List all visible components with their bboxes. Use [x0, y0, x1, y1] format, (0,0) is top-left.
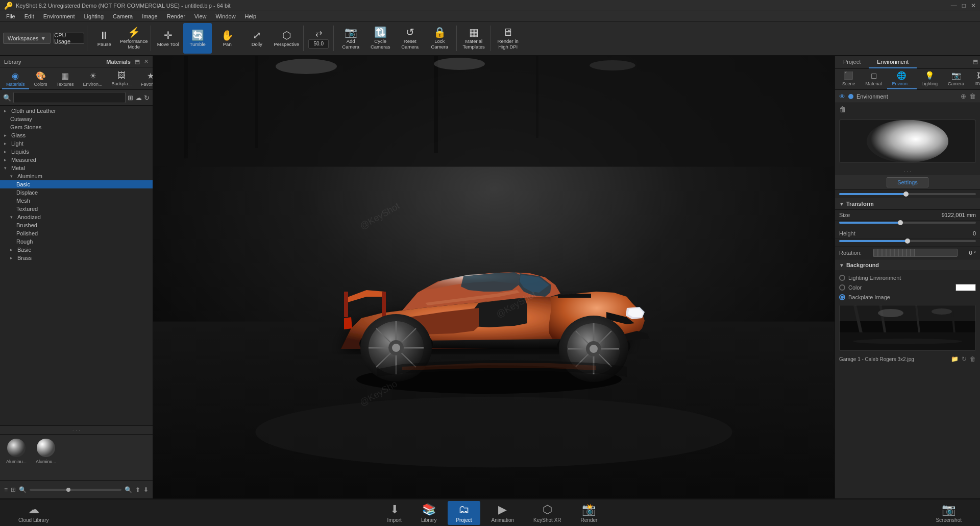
menu-edit[interactable]: Edit: [20, 12, 38, 20]
env-visibility-icon[interactable]: 👁: [839, 93, 845, 100]
env-brightness-slider[interactable]: [839, 193, 976, 195]
material-templates-button[interactable]: ▦ Material Templates: [459, 23, 488, 54]
move-tool-button[interactable]: ✛ Move Tool: [154, 23, 182, 54]
tree-item-liquids[interactable]: ▸ Liquids: [0, 148, 153, 156]
lock-camera-button[interactable]: 🔒 Lock Camera: [425, 23, 454, 54]
grid-view-icon[interactable]: ⊞: [11, 486, 16, 493]
backplate-refresh-icon[interactable]: ↻: [962, 355, 967, 363]
upload-icon[interactable]: ⬆: [135, 486, 140, 493]
sub-tab-camera[interactable]: 📷 Camera: [943, 69, 969, 89]
tree-item-basic[interactable]: Basic: [0, 180, 153, 188]
animation-button[interactable]: ▶ Animation: [483, 501, 522, 525]
menu-environment[interactable]: Environment: [39, 12, 79, 20]
add-camera-button[interactable]: 📷 Add Camera: [336, 23, 365, 54]
close-button[interactable]: ✕: [971, 2, 976, 9]
tumble-button[interactable]: 🔄 Tumble: [183, 23, 212, 54]
tab-textures[interactable]: ▦ Textures: [53, 69, 78, 89]
search-input[interactable]: [13, 92, 126, 103]
perspective-button[interactable]: ⬡ Perspective: [272, 23, 301, 54]
workspace-selector[interactable]: Workspaces ▼: [3, 33, 51, 44]
backplate-folder-icon[interactable]: 📁: [951, 355, 959, 363]
menu-lighting[interactable]: Lighting: [80, 12, 108, 20]
tree-item-metal[interactable]: ▾ Metal: [0, 164, 153, 172]
menu-help[interactable]: Help: [241, 12, 261, 20]
background-section-header[interactable]: ▼ Background: [835, 259, 980, 271]
panel-close-icon[interactable]: ✕: [144, 58, 149, 65]
env-delete-icon[interactable]: 🗑: [969, 92, 976, 100]
radio-backplate[interactable]: Backplate Image: [835, 293, 980, 302]
tree-item-brass[interactable]: ▸ Brass: [0, 254, 153, 262]
tree-item-cutaway[interactable]: Cutaway: [0, 115, 153, 123]
sub-tab-image[interactable]: 🖼 Image: [969, 69, 980, 89]
search-refresh-icon[interactable]: ↻: [144, 94, 150, 102]
search-options-icon[interactable]: ⊞: [128, 94, 133, 102]
tree-item-anodized[interactable]: ▾ Anodized: [0, 213, 153, 221]
search-left-icon[interactable]: 🔍: [125, 486, 132, 493]
tree-item-brushed[interactable]: Brushed: [0, 221, 153, 229]
right-panel-float-icon[interactable]: ⬒: [971, 56, 980, 68]
tree-item-basic2[interactable]: ▸ Basic: [0, 246, 153, 254]
sub-tab-scene[interactable]: ⬛ Scene: [837, 69, 861, 89]
performance-mode-button[interactable]: ⚡ Performance Mode: [119, 23, 148, 54]
minimize-button[interactable]: —: [951, 2, 957, 9]
panel-float-icon[interactable]: ⬒: [135, 58, 140, 65]
project-button[interactable]: 🗂 Project: [448, 501, 480, 525]
env-trash-icon[interactable]: 🗑: [839, 105, 846, 113]
screenshot-button[interactable]: 📷 Screenshot: [927, 501, 970, 525]
search-cloud-icon[interactable]: ☁: [135, 94, 142, 102]
menu-file[interactable]: File: [2, 12, 19, 20]
maximize-button[interactable]: □: [962, 2, 966, 9]
import-icon[interactable]: ⬇: [143, 486, 149, 493]
render-high-dpi-button[interactable]: 🖥 Render in High DPI: [494, 23, 522, 54]
tree-item-glass[interactable]: ▸ Glass: [0, 131, 153, 139]
keyshot-xr-button[interactable]: ⬡ KeyShot XR: [525, 501, 569, 525]
reset-camera-button[interactable]: ↺ Reset Camera: [396, 23, 424, 54]
tree-item-rough[interactable]: Rough: [0, 237, 153, 246]
render-button[interactable]: 📸 Render: [573, 501, 606, 525]
tree-item-displace[interactable]: Displace: [0, 188, 153, 197]
cycle-cameras-button[interactable]: 🔃 Cycle Cameras: [366, 23, 395, 54]
radio-color[interactable]: Color: [835, 282, 980, 293]
tree-item-aluminum[interactable]: ▾ Aluminum: [0, 172, 153, 180]
tab-backplates[interactable]: 🖼 Backpla...: [108, 69, 136, 89]
zoom-input[interactable]: [308, 39, 329, 49]
settings-tab-button[interactable]: Settings: [887, 177, 928, 187]
menu-view[interactable]: View: [190, 12, 211, 20]
tab-materials[interactable]: ◉ Materials: [2, 69, 29, 89]
tree-item-gemstones[interactable]: Gem Stones: [0, 123, 153, 131]
thumbnail-aluminum-polished[interactable]: Aluminu...: [33, 438, 59, 464]
menu-render[interactable]: Render: [163, 12, 189, 20]
search-bottom-icon[interactable]: 🔍: [19, 486, 27, 493]
cloud-library-button[interactable]: ☁ Cloud Library: [10, 501, 57, 525]
tree-item-cloth[interactable]: ▸ Cloth and Leather: [0, 107, 153, 115]
sub-tab-material[interactable]: ◻ Material: [861, 69, 887, 89]
tab-project[interactable]: Project: [835, 56, 869, 68]
tree-item-textured[interactable]: Textured: [0, 205, 153, 213]
tree-item-measured[interactable]: ▸ Measured: [0, 156, 153, 164]
size-slider[interactable]: [30, 489, 121, 491]
menu-image[interactable]: Image: [138, 12, 162, 20]
tab-environment[interactable]: Environment: [869, 56, 917, 68]
tab-environments[interactable]: ☀ Environ...: [79, 69, 107, 89]
tree-item-polished[interactable]: Polished: [0, 229, 153, 237]
search-icon[interactable]: 🔍: [3, 94, 11, 102]
viewport[interactable]: @KeyShot @KeyShot @KeySho: [153, 56, 835, 498]
height-slider-track[interactable]: [839, 240, 976, 242]
tree-item-mesh[interactable]: Mesh: [0, 197, 153, 205]
pause-button[interactable]: ⏸ Pause: [90, 23, 118, 54]
pan-button[interactable]: ✋ Pan: [213, 23, 241, 54]
sub-tab-lighting[interactable]: 💡 Lighting: [917, 69, 943, 89]
thumbnail-aluminum-basic[interactable]: Aluminu...: [3, 438, 30, 464]
tree-item-light[interactable]: ▸ Light: [0, 139, 153, 148]
list-view-icon[interactable]: ≡: [4, 486, 8, 493]
dolly-button[interactable]: ⤢ Dolly: [242, 23, 271, 54]
color-swatch[interactable]: [955, 284, 976, 291]
env-add-icon[interactable]: ⊕: [961, 92, 966, 100]
radio-lighting-env[interactable]: Lighting Environment: [835, 273, 980, 282]
backplate-delete-icon[interactable]: 🗑: [970, 355, 976, 363]
tab-colors[interactable]: 🎨 Colors: [30, 69, 52, 89]
menu-window[interactable]: Window: [211, 12, 239, 20]
transform-section-header[interactable]: ▼ Transform: [835, 198, 980, 210]
library-button[interactable]: 📚 Library: [413, 501, 445, 525]
menu-camera[interactable]: Camera: [109, 12, 137, 20]
